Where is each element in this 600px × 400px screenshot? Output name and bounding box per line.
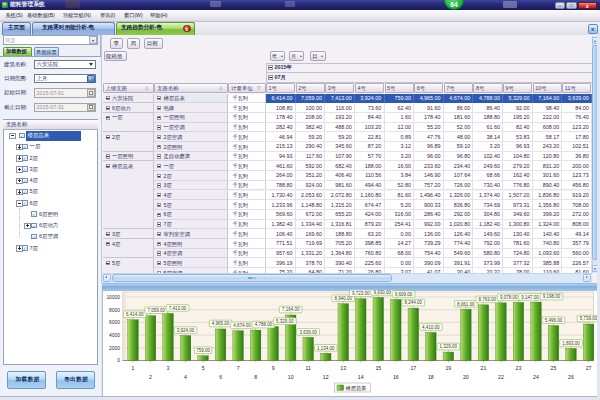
svg-text:26: 26 (568, 374, 574, 380)
svg-text:10: 10 (288, 374, 294, 380)
svg-text:1,134.00: 1,134.00 (317, 346, 335, 351)
svg-text:7,164.00: 7,164.00 (282, 308, 300, 313)
svg-text:1: 1 (131, 365, 134, 371)
svg-text:4000: 4000 (109, 333, 120, 338)
svg-text:9,198.00: 9,198.00 (543, 295, 561, 300)
svg-text:3,924.00: 3,924.00 (177, 328, 195, 333)
svg-text:8,763.00: 8,763.00 (478, 297, 496, 302)
svg-text:10000: 10000 (106, 295, 120, 300)
svg-text:6: 6 (219, 374, 222, 380)
svg-text:5,739.00: 5,739.00 (580, 317, 597, 322)
svg-text:24: 24 (533, 374, 539, 380)
svg-text:楼层总表: 楼层总表 (345, 385, 366, 391)
svg-text:7: 7 (236, 365, 239, 371)
svg-text:2000: 2000 (109, 346, 120, 351)
svg-text:0: 0 (117, 359, 120, 364)
svg-text:9: 9 (272, 365, 275, 371)
svg-text:13: 13 (340, 365, 346, 371)
svg-text:7,413.00: 7,413.00 (169, 306, 187, 311)
svg-text:3,639.00: 3,639.00 (299, 330, 317, 335)
svg-text:22: 22 (498, 374, 504, 380)
svg-text:20: 20 (463, 374, 469, 380)
svg-text:15: 15 (375, 365, 381, 371)
svg-text:8000: 8000 (109, 308, 120, 313)
svg-text:12: 12 (323, 374, 329, 380)
svg-text:11: 11 (305, 365, 310, 371)
svg-text:759.00: 759.00 (196, 348, 210, 353)
svg-text:9,609.00: 9,609.00 (395, 292, 413, 297)
svg-text:9,930.00: 9,930.00 (373, 290, 391, 295)
svg-text:2: 2 (149, 374, 152, 380)
svg-text:5,329.00: 5,329.00 (276, 319, 294, 324)
svg-text:7,059.00: 7,059.00 (147, 308, 165, 313)
svg-text:23: 23 (515, 365, 521, 371)
svg-text:4,674.00: 4,674.00 (233, 323, 251, 328)
svg-text:27: 27 (585, 365, 591, 371)
svg-text:4,965.00: 4,965.00 (212, 322, 230, 327)
svg-text:6,414.00: 6,414.00 (126, 312, 144, 317)
svg-text:8,061.00: 8,061.00 (457, 302, 475, 307)
svg-text:4: 4 (184, 374, 187, 380)
svg-text:14: 14 (358, 374, 364, 380)
svg-text:1,329.00: 1,329.00 (439, 345, 457, 350)
svg-text:4,410.00: 4,410.00 (422, 325, 440, 330)
svg-text:4,788.00: 4,788.00 (254, 323, 272, 328)
svg-text:18: 18 (428, 374, 434, 380)
svg-text:1,893.00: 1,893.00 (562, 341, 580, 346)
svg-text:5: 5 (201, 365, 204, 371)
svg-text:5,496.00: 5,496.00 (545, 318, 563, 323)
svg-text:9,723.00: 9,723.00 (352, 291, 370, 296)
svg-text:9,147.00: 9,147.00 (521, 295, 539, 300)
svg-text:19: 19 (445, 365, 451, 371)
svg-text:25: 25 (550, 365, 556, 371)
svg-text:21: 21 (480, 365, 486, 371)
svg-text:3: 3 (166, 365, 169, 371)
svg-text:6000: 6000 (109, 321, 120, 326)
svg-text:8: 8 (254, 374, 257, 380)
svg-text:8,244.00: 8,244.00 (404, 301, 422, 306)
svg-text:9,078.00: 9,078.00 (500, 295, 518, 300)
svg-text:16: 16 (393, 374, 399, 380)
svg-text:17: 17 (410, 365, 416, 371)
